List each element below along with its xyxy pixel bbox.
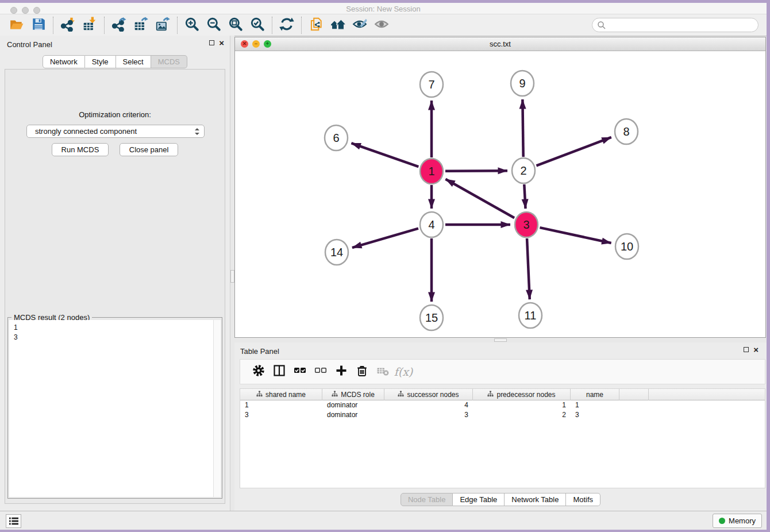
edge-2-9[interactable]: [522, 99, 523, 157]
zoom-fit-button[interactable]: [226, 16, 245, 34]
import-network-button[interactable]: [58, 16, 78, 34]
column-header-successor-nodes[interactable]: successor nodes: [384, 389, 473, 400]
import-table-icon: [82, 17, 97, 34]
result-scrollbar[interactable]: [213, 320, 221, 497]
edge-3-10[interactable]: [540, 228, 611, 243]
horizontal-splitter-handle[interactable]: [494, 338, 507, 342]
control-panel: Control Panel × NetworkStyleSelectMCDS O…: [0, 36, 230, 511]
tab-mcds[interactable]: MCDS: [151, 55, 187, 68]
zoom-in-button[interactable]: [182, 16, 202, 34]
function-builder-icon: f(x): [394, 365, 413, 378]
show-columns-button[interactable]: [269, 362, 290, 381]
tab-edge-table[interactable]: Edge Table: [453, 493, 505, 506]
deselect-all-rows-button[interactable]: [310, 362, 331, 381]
vertical-splitter-handle[interactable]: [230, 270, 234, 283]
edge-3-1[interactable]: [445, 179, 514, 218]
edge-1-2[interactable]: [445, 171, 507, 171]
show-all-button[interactable]: [372, 16, 391, 34]
zoom-in-icon: [184, 17, 199, 34]
import-network-icon: [60, 17, 75, 34]
network-window-title: scc.txt: [235, 40, 765, 48]
select-all-rows-button[interactable]: [290, 362, 310, 381]
column-header-predecessor-nodes[interactable]: predecessor nodes: [473, 389, 571, 400]
edge-3-11[interactable]: [527, 238, 530, 299]
zoom-out-button[interactable]: [204, 16, 224, 34]
graph-node-label-3: 3: [523, 218, 529, 231]
run-mcds-button[interactable]: Run MCDS: [52, 143, 109, 156]
hide-selected-icon: [352, 17, 367, 34]
control-panel-header: Control Panel ×: [0, 36, 230, 52]
control-panel-tabs: NetworkStyleSelectMCDS: [0, 55, 230, 68]
float-table-panel-icon[interactable]: [744, 347, 749, 352]
memory-status-icon: [719, 518, 725, 524]
function-builder-button: f(x): [393, 362, 414, 381]
column-header-MCDS-role[interactable]: MCDS role: [322, 389, 384, 400]
deselect-all-rows-icon: [314, 364, 327, 379]
zoom-selected-button[interactable]: [248, 16, 267, 34]
edge-1-6[interactable]: [351, 143, 418, 167]
optimization-criterion-label: Optimization criterion:: [5, 110, 225, 119]
tab-motifs[interactable]: Motifs: [566, 493, 600, 506]
status-bar: Memory: [0, 511, 767, 530]
mcds-result-box: MCDS result (2 nodes) 13: [7, 317, 222, 499]
import-table-button[interactable]: [80, 16, 99, 34]
tab-select[interactable]: Select: [116, 55, 151, 68]
column-header-shared-name[interactable]: shared name: [240, 389, 322, 400]
table-cell: 3: [240, 410, 322, 420]
export-image-button[interactable]: [153, 16, 172, 34]
close-panel-button[interactable]: Close panel: [120, 143, 179, 156]
open-file-button[interactable]: [7, 16, 26, 34]
tab-network-table[interactable]: Network Table: [505, 493, 566, 506]
export-network-icon: [111, 17, 126, 34]
graph-node-label-9: 9: [519, 77, 525, 90]
show-all-icon: [374, 17, 389, 34]
delete-table-button: [372, 362, 393, 381]
graph-node-label-8: 8: [623, 125, 629, 138]
toolbar-separator: [301, 17, 302, 34]
memory-button[interactable]: Memory: [713, 514, 762, 528]
create-column-button[interactable]: [331, 362, 352, 381]
table-cell: 3: [571, 410, 619, 420]
horizontal-splitter[interactable]: [234, 338, 767, 342]
hide-selected-button[interactable]: [350, 16, 369, 34]
table-settings-button[interactable]: [248, 362, 269, 381]
network-canvas[interactable]: 7968124314101511: [235, 51, 765, 337]
create-column-icon: [335, 364, 348, 379]
search-input[interactable]: [606, 20, 758, 31]
delete-column-button[interactable]: [352, 362, 372, 381]
close-table-panel-icon[interactable]: ×: [753, 346, 759, 353]
export-table-button[interactable]: [131, 16, 151, 34]
tab-network[interactable]: Network: [43, 55, 85, 68]
export-network-button[interactable]: [109, 16, 129, 34]
criterion-value: strongly connected component: [35, 127, 194, 136]
application-window: Session: New Session Control Panel × Net…: [0, 3, 767, 530]
clone-network-button[interactable]: [306, 16, 326, 34]
table-row[interactable]: 3dominator323: [240, 410, 765, 420]
clone-network-icon: [309, 17, 324, 34]
search-box[interactable]: [592, 18, 759, 32]
edge-4-14[interactable]: [352, 229, 418, 248]
table-header-row: shared nameMCDS rolesuccessor nodesprede…: [240, 389, 765, 400]
memory-label: Memory: [729, 516, 756, 525]
float-panel-icon[interactable]: [209, 40, 214, 45]
edge-2-8[interactable]: [536, 137, 611, 166]
tab-style[interactable]: Style: [85, 55, 116, 68]
edge-2-3[interactable]: [524, 184, 525, 209]
save-session-button[interactable]: [29, 16, 48, 34]
table-cell: 1: [473, 400, 571, 410]
table-panel-tabs: Node TableEdge TableNetwork TableMotifs: [234, 493, 767, 506]
task-list-icon: [9, 516, 19, 526]
first-neighbors-button[interactable]: [328, 16, 348, 34]
table-cell: 3: [384, 410, 473, 420]
column-header-name[interactable]: name: [571, 389, 619, 400]
table-row[interactable]: 1dominator411: [240, 400, 765, 410]
table-cell: 2: [473, 410, 571, 420]
tab-node-table[interactable]: Node Table: [401, 493, 453, 506]
criterion-dropdown[interactable]: strongly connected component: [26, 125, 205, 138]
node-table[interactable]: shared nameMCDS rolesuccessor nodesprede…: [240, 388, 765, 488]
vertical-splitter[interactable]: [230, 36, 234, 511]
close-panel-icon[interactable]: ×: [219, 40, 224, 46]
mcds-result-area[interactable]: 13: [9, 320, 221, 497]
task-history-button[interactable]: [6, 514, 21, 528]
refresh-button[interactable]: [277, 16, 297, 34]
